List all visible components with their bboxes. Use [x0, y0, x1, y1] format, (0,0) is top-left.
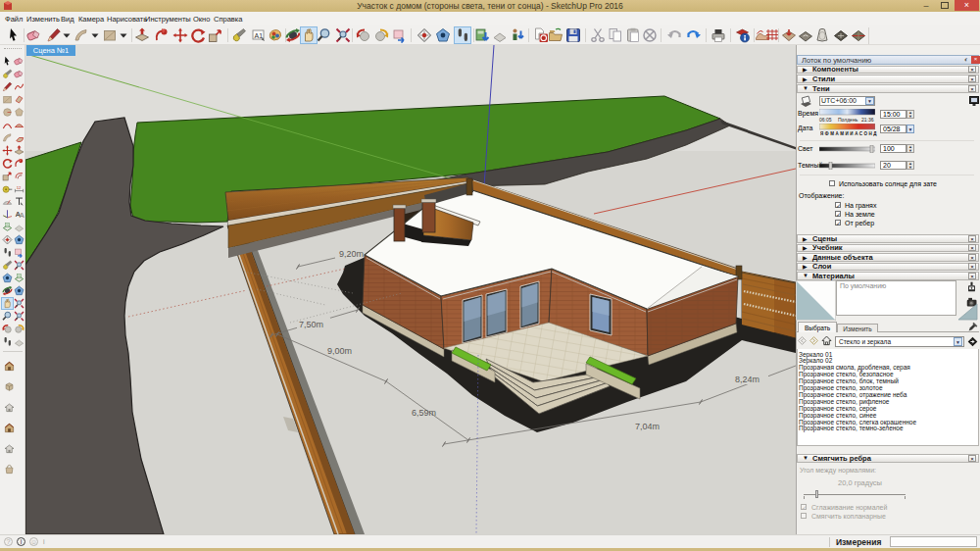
- svg-text:7,50m: 7,50m: [299, 320, 323, 329]
- svg-text:12: 12: [17, 185, 22, 190]
- svg-text:8,24m: 8,24m: [735, 375, 760, 384]
- svg-text:A1: A1: [255, 32, 264, 39]
- svg-text:9,20m: 9,20m: [339, 249, 364, 259]
- svg-text:6,59m: 6,59m: [412, 408, 436, 418]
- svg-text:9,00m: 9,00m: [327, 346, 352, 356]
- svg-text:7,04m: 7,04m: [635, 422, 660, 431]
- svg-text:A: A: [20, 211, 25, 220]
